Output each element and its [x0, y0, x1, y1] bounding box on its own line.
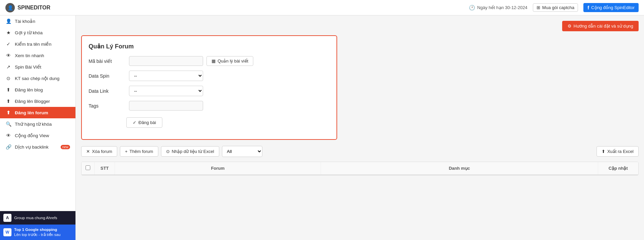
import-label: Nhập dữ liệu từ Excel [172, 149, 214, 154]
community-label: Cộng đồng SpinEditor [591, 5, 635, 10]
sidebar-item-tai-khoan[interactable]: 👤 Tài khoản [0, 15, 75, 27]
submit-row: ✓ Đăng bài [89, 115, 330, 128]
data-spin-select[interactable]: -- [129, 71, 203, 81]
select-all-checkbox[interactable] [86, 165, 90, 170]
data-spin-label: Data Spin [89, 73, 126, 79]
sidebar-item-goi-y[interactable]: ★ Gợi ý từ khóa [0, 27, 75, 38]
col-checkbox [82, 162, 95, 175]
captcha-button[interactable]: ⊞ Mua gói captcha [533, 3, 578, 12]
clock-icon: 🕐 [469, 5, 475, 11]
ma-bai-viet-label: Mã bài viết [89, 58, 126, 64]
sidebar-label: Tài khoản [15, 18, 35, 24]
export-button[interactable]: ⬆ Xuất ra Excel [597, 146, 639, 157]
table-header-row: STT Forum Danh mục Cập nhật [82, 162, 638, 175]
google-shopping-ad[interactable]: W Top 1 Google shopping Lên top trước - … [0, 225, 75, 240]
ahrefs-title: Group mua chung Ahrefs [14, 215, 57, 221]
logo-icon: 👤 [5, 3, 15, 12]
ahrefs-ad[interactable]: A Group mua chung Ahrefs [0, 211, 75, 225]
sidebar-label: KT sao chép nội dung [15, 76, 60, 81]
upload-blogger-icon: ⬆ [5, 98, 11, 104]
header-right: 🕐 Ngày hết hạn 30-12-2024 ⊞ Mua gói capt… [469, 3, 639, 12]
sidebar-item-kt-sao-chep[interactable]: ⊙ KT sao chép nội dung [0, 73, 75, 84]
form-panel: Quản Lý Forum Mã bài viết ▦ Quản lý bài … [81, 35, 337, 140]
sidebar-item-spin[interactable]: ↗ Spin Bài Viết [0, 61, 75, 73]
tags-label: Tags [89, 103, 126, 109]
new-badge: new [61, 145, 70, 149]
top-header: 👤 SPINEDITOR 🕐 Ngày hết hạn 30-12-2024 ⊞… [0, 0, 644, 15]
facebook-icon: f [587, 5, 589, 10]
tags-row: Tags [89, 101, 330, 111]
sidebar-label: Dịch vụ backlink [15, 144, 49, 150]
google-text: Top 1 Google shopping Lên top trước - tr… [14, 227, 61, 237]
plus-icon: + [125, 149, 128, 154]
guide-label: Hướng dẫn cài đặt và sử dụng [574, 24, 633, 29]
sidebar-item-xem-tin[interactable]: 👁 Xem tin nhanh [0, 50, 75, 61]
main-layout: 👤 Tài khoản ★ Gợi ý từ khóa ✓ Kiểm tra t… [0, 15, 644, 240]
manage-label: Quản lý bài viết [218, 58, 248, 64]
table-icon: ▦ [212, 58, 216, 64]
sidebar-label: Đăng lên forum [15, 110, 48, 115]
google-subtitle: Lên top trước - trả tiền sau [14, 232, 61, 237]
sidebar-item-dang-blogger[interactable]: ⬆ Đăng lên Blogger [0, 95, 75, 107]
ahrefs-icon: A [3, 214, 11, 222]
captcha-label: Mua gói captcha [542, 5, 574, 10]
forum-table: STT Forum Danh mục Cập nhật [82, 162, 638, 175]
form-title: Quản Lý Forum [89, 43, 330, 50]
google-icon: W [3, 228, 11, 236]
check-submit-icon: ✓ [133, 120, 136, 125]
sidebar: 👤 Tài khoản ★ Gợi ý từ khóa ✓ Kiểm tra t… [0, 15, 76, 240]
data-link-select[interactable]: -- [129, 86, 203, 96]
main-content: ⚙ Hướng dẫn cài đặt và sử dụng Quản Lý F… [76, 15, 644, 240]
delete-label: Xóa forum [92, 149, 112, 154]
check-icon: ✓ [5, 41, 11, 47]
import-button[interactable]: ⊙ Nhập dữ liệu từ Excel [161, 146, 219, 157]
gear-icon: ⚙ [568, 24, 572, 29]
data-spin-row: Data Spin -- [89, 71, 330, 81]
sidebar-item-backlink[interactable]: 🔗 Dịch vụ backlink new [0, 141, 75, 153]
sidebar-label: Đăng lên Blogger [15, 99, 50, 104]
sidebar-item-kiem-tra[interactable]: ✓ Kiểm tra tên miền [0, 38, 75, 50]
delete-forum-button[interactable]: ✕ Xóa forum [81, 146, 117, 157]
upload-icon: ⬆ [5, 87, 11, 92]
star-icon: ★ [5, 30, 11, 35]
search-icon: 🔍 [5, 121, 11, 127]
logo-area: 👤 SPINEDITOR [5, 3, 51, 12]
guide-button[interactable]: ⚙ Hướng dẫn cài đặt và sử dụng [562, 21, 639, 31]
expiry-label: Ngày hết hạn 30-12-2024 [477, 5, 527, 10]
manage-bai-viet-button[interactable]: ▦ Quản lý bài viết [206, 56, 253, 66]
sidebar-item-dang-forum[interactable]: ⬆ Đăng lên forum [0, 107, 75, 118]
sidebar-item-cong-dong[interactable]: 👁 Cộng đồng View [0, 130, 75, 141]
community-button[interactable]: f Cộng đồng SpinEditor [583, 3, 639, 12]
content-top: ⚙ Hướng dẫn cài đặt và sử dụng [81, 21, 639, 31]
data-link-row: Data Link -- [89, 86, 330, 96]
sidebar-label: Kiểm tra tên miền [15, 41, 52, 47]
col-danhmuc: Danh mục [321, 162, 598, 175]
grid-icon: ⊞ [537, 5, 540, 10]
spin-icon: ↗ [5, 64, 11, 70]
tags-input[interactable] [129, 101, 203, 111]
submit-button[interactable]: ✓ Đăng bài [126, 117, 162, 128]
ahrefs-text: Group mua chung Ahrefs [14, 215, 57, 221]
sidebar-label: Thứ hạng từ khóa [15, 121, 52, 127]
user-icon: 👤 [5, 18, 11, 24]
backlink-icon: 🔗 [5, 144, 11, 150]
ma-bai-viet-row: Mã bài viết ▦ Quản lý bài viết [89, 56, 330, 66]
export-icon: ⬆ [602, 149, 605, 154]
app-title: SPINEDITOR [18, 5, 51, 11]
sidebar-ads: A Group mua chung Ahrefs W Top 1 Google … [0, 211, 75, 240]
sidebar-label: Đăng lên blog [15, 87, 43, 92]
col-capnhat: Cập nhật [598, 162, 638, 175]
export-label: Xuất ra Excel [607, 149, 634, 154]
copy-icon: ⊙ [5, 76, 11, 81]
add-forum-button[interactable]: + Thêm forum [120, 146, 158, 157]
sidebar-item-thu-hang[interactable]: 🔍 Thứ hạng từ khóa [0, 118, 75, 130]
ma-bai-viet-input[interactable] [129, 56, 203, 66]
sidebar-item-dang-blog[interactable]: ⬆ Đăng lên blog [0, 84, 75, 95]
forum-table-container: STT Forum Danh mục Cập nhật [81, 162, 639, 175]
col-forum: Forum [115, 162, 321, 175]
eye-icon: 👁 [5, 53, 11, 58]
upload-forum-icon: ⬆ [5, 110, 11, 115]
filter-select[interactable]: All [222, 146, 262, 157]
add-label: Thêm forum [130, 149, 153, 154]
x-icon: ✕ [86, 149, 90, 154]
